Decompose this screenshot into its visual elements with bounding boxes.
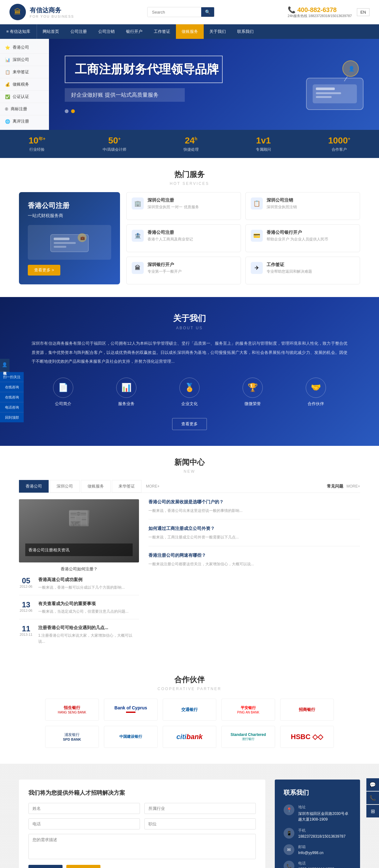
partner-logo-7[interactable]: citibank	[163, 726, 216, 748]
service-card-title-2: 香港公司注册	[148, 230, 193, 236]
hero-dot-1[interactable]	[65, 109, 68, 113]
news-faq-more[interactable]: MORE+	[346, 484, 360, 489]
partner-logo-3[interactable]: 平安银行 PING AN BANK	[221, 699, 275, 721]
about-icon-2[interactable]: 🏅 企业文化	[179, 378, 199, 407]
faq-desc-0: 一般来说，香港公司出来这里这些说一般的事情的影响...	[149, 507, 360, 515]
message-textarea[interactable]	[28, 834, 256, 859]
nav-item-bank[interactable]: 银行开户	[120, 24, 148, 39]
chart-icon: 📊	[5, 58, 10, 62]
about-more-btn[interactable]: 查看更多	[172, 418, 207, 430]
news-tab-0[interactable]: 香港公司	[19, 480, 49, 493]
partner-logo-6[interactable]: 中国建设银行	[104, 726, 158, 748]
partner-logo-9[interactable]: HSBC ◇◇	[280, 726, 334, 748]
sidebar-item-0[interactable]: 扫一扫关注	[0, 372, 24, 382]
partners-section: 合作伙伴 COOPERATIVE PARTNER 恒生银行 HANG SENG …	[0, 663, 379, 764]
stat-label-2: 快捷处理	[184, 147, 199, 152]
search-button[interactable]: 🔍	[201, 7, 214, 17]
service-featured[interactable]: 香港公司注册 一站式财税服务商 💼 查看更多 >	[19, 192, 120, 284]
phone-input[interactable]	[28, 818, 140, 830]
globe-icon: 🌐	[5, 119, 10, 124]
news-tab-2[interactable]: 做账服务	[81, 480, 110, 493]
partner-logo-4[interactable]: 招商银行	[280, 699, 334, 721]
doc-icon: 📋	[5, 70, 10, 74]
news-tab-1[interactable]: 深圳公司	[50, 480, 80, 493]
faq-item-1[interactable]: 如何通过工商注册成立公司外资？ 一般来说，工商注册成立公司外资一般需要以下几点.…	[149, 526, 360, 546]
service-card-3[interactable]: 💳 香港公司银行开户 帮助企业开户 为企业人员提供人民币	[245, 224, 360, 252]
sidebar-item-1[interactable]: 在线咨询	[0, 382, 24, 393]
position-input[interactable]	[144, 818, 256, 830]
recruit-form: 我们将为您提供外籍人才招聘解决方案 提交需求 发送邮件 >了解更多	[19, 779, 265, 868]
partner-logo-1[interactable]: Bank of Cyprus	[104, 699, 158, 721]
service-card-5[interactable]: ✈ 工作签证 专业帮助您返回和解决难题	[245, 256, 360, 284]
check-icon: ✅	[5, 94, 10, 99]
contact-value-3: 0755-82550080/0755-83552899	[298, 867, 351, 868]
section-title-partners: 合作伙伴	[19, 675, 360, 685]
search-bar[interactable]: 🔍	[147, 7, 215, 17]
hero-menu-item-0[interactable]: ⭐ 香港公司	[0, 41, 49, 54]
contact-title: 联系我们	[284, 788, 351, 797]
hero-menu-item-5[interactable]: ® 商标注册	[0, 103, 49, 115]
about-icon-1[interactable]: 📊 服务业务	[116, 378, 136, 407]
right-float-phone[interactable]: 📞	[367, 792, 379, 804]
about-icon-0[interactable]: 📄 公司简介	[53, 378, 73, 407]
about-icon-4[interactable]: 🤝 合作伙伴	[306, 378, 326, 407]
about-icon-3[interactable]: 🏆 微微荣誉	[243, 378, 263, 407]
sidebar-item-4[interactable]: 回到顶部	[0, 413, 24, 423]
hero-subtitle-box: 好企业做好账 提供一站式高质量服务	[65, 88, 185, 102]
nav-item-visa[interactable]: 工作签证	[148, 24, 176, 39]
nav-item-register[interactable]: 公司注册	[65, 24, 93, 39]
submit-button[interactable]: 提交需求	[28, 865, 63, 868]
stat-number-0: 10年+	[28, 135, 45, 146]
sidebar-consult-btn[interactable]: 👤 在线咨询	[0, 359, 9, 372]
section-header-partners: 合作伙伴 COOPERATIVE PARTNER	[19, 663, 360, 699]
news-item-desc-1: 一般来说，当选定成为公司，但需要注意几点的问题...	[38, 609, 129, 615]
nav-item-about[interactable]: 关于我们	[204, 24, 231, 39]
service-featured-btn[interactable]: 查看更多 >	[28, 265, 60, 276]
hero-menu-item-2[interactable]: 📋 来华签证	[0, 66, 49, 79]
hero-menu-item-3[interactable]: 💰 做账税务	[0, 79, 49, 91]
faq-item-0[interactable]: 香港公司的发展收据是选哪个门户的？ 一般来说，香港公司出来这里这些说一般的事情的…	[149, 499, 360, 520]
partners-grid: 恒生银行 HANG SENG BANK Bank of Cyprus 交通银行 …	[19, 699, 360, 748]
service-card-4[interactable]: 🏛 深圳银行开户 专业第一手一般开户	[126, 256, 241, 284]
news-item-2[interactable]: 11 2013-11 注册香港公司可给企业遇到的几点... 1.注册香港公司可以…	[19, 625, 139, 645]
email-button[interactable]: 发送邮件	[66, 865, 100, 868]
about-title: 关于我们	[32, 313, 347, 324]
nav-item-cancel[interactable]: 公司注销	[93, 24, 120, 39]
news-date-2: 11 2013-11	[19, 625, 33, 645]
hot-services-section: 热门服务 HOT SERVICES 香港公司注册 一站式财税服务商 💼 查看更多…	[0, 158, 379, 297]
service-card-title-5: 工作签证	[266, 262, 312, 268]
partner-logo-2[interactable]: 交通银行	[163, 699, 216, 721]
hero-menu-item-6[interactable]: 🌐 离岸注册	[0, 115, 49, 127]
nav-item-contact[interactable]: 联系我们	[231, 24, 259, 39]
industry-input[interactable]	[144, 803, 256, 814]
contact-value-0: 深圳市福田区金田路2030号卓越大厦1908-1909	[298, 811, 351, 822]
partner-logo-0[interactable]: 恒生银行 HANG SENG BANK	[45, 699, 99, 721]
news-more-label[interactable]: MORE+	[146, 484, 159, 489]
lang-switcher[interactable]: EN	[357, 8, 370, 16]
right-float-qr[interactable]: ⊞	[367, 805, 379, 817]
hero-menu-item-1[interactable]: 📊 深圳公司	[0, 54, 49, 66]
svg-text:📰: 📰	[67, 507, 91, 529]
service-card-1[interactable]: 📋 深圳公司注销 深圳营业执照注销	[245, 192, 360, 220]
service-card-2[interactable]: 🏦 香港公司注册 香港个人工商局及商业登记	[126, 224, 241, 252]
news-section: 新闻中心 NEW 香港公司 深圳公司 做账服务 来华签证 MORE+ 常见问题 …	[0, 446, 379, 663]
nav-item-accounting[interactable]: 做账服务	[176, 24, 204, 39]
about-icon-label-1: 服务业务	[116, 401, 136, 407]
faq-desc-1: 一般来说，工商注册成立公司外资一般需要以下几点...	[149, 534, 360, 541]
service-card-0[interactable]: 🏢 深圳公司注册 深圳营业执照 一对一 优质服务	[126, 192, 241, 220]
hero-dot-2[interactable]	[71, 109, 75, 113]
partner-logo-5[interactable]: 浦发银行 SPD BANK	[45, 726, 99, 748]
nav-menu-toggle[interactable]: ≡ 有信达知库	[0, 24, 37, 39]
news-item-0[interactable]: 05 2012-06 香港高速公司成功案例 一般来说，香港一般可以分成以下几个方…	[19, 577, 139, 595]
news-tab-3[interactable]: 来华签证	[112, 480, 141, 493]
name-input[interactable]	[28, 803, 140, 814]
nav-item-home[interactable]: 网站首页	[37, 24, 65, 39]
sidebar-item-2[interactable]: 在线咨询	[0, 393, 24, 403]
right-float-chat[interactable]: 💬	[367, 778, 379, 791]
search-input[interactable]	[148, 8, 201, 17]
hero-menu-item-4[interactable]: ✅ 公证认证	[0, 91, 49, 103]
sidebar-item-3[interactable]: 电话咨询	[0, 403, 24, 413]
news-item-1[interactable]: 13 2012-06 有关查看成为公司的重要事项 一般来说，当选定成为公司，但需…	[19, 601, 139, 619]
faq-item-2[interactable]: 香港注册公司的网速有哪些？ 一般来说注册公司都要这些关注，大家增加信心，大概可以…	[149, 553, 360, 568]
partner-logo-8[interactable]: Standard Chartered 渣打银行	[221, 726, 275, 748]
